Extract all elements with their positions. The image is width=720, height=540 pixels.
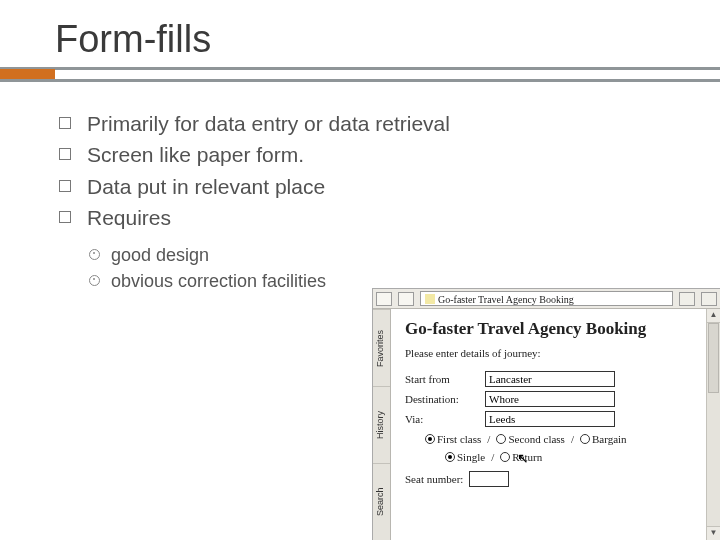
address-bar[interactable]: Go-faster Travel Agency Booking (420, 291, 673, 306)
bullet-item: Data put in relevant place (55, 172, 720, 201)
scrollbar-vertical[interactable]: ▲ ▼ (706, 309, 720, 540)
side-tab-favorites[interactable]: Favorites (373, 309, 390, 386)
scroll-down-icon[interactable]: ▼ (707, 526, 720, 540)
back-icon[interactable] (376, 292, 392, 306)
first-class-radio[interactable]: First class (425, 433, 481, 445)
single-radio[interactable]: Single (445, 451, 485, 463)
app-window: Go-faster Travel Agency Booking Favorite… (372, 288, 720, 540)
form-pane: Go-faster Travel Agency Booking Please e… (391, 309, 706, 540)
close-icon[interactable] (679, 292, 695, 306)
sub-bullet-item: good design (55, 243, 355, 267)
side-tabs: Favorites History Search (373, 309, 391, 540)
return-radio[interactable]: Return (500, 451, 542, 463)
dest-label: Destination: (405, 393, 485, 405)
toolbar: Go-faster Travel Agency Booking (373, 289, 720, 309)
start-label: Start from (405, 373, 485, 385)
scroll-up-icon[interactable]: ▲ (707, 309, 720, 323)
start-input[interactable] (485, 371, 615, 387)
bullet-item: Primarily for data entry or data retriev… (55, 109, 720, 138)
via-input[interactable] (485, 411, 615, 427)
seat-label: Seat number: (405, 473, 463, 485)
sub-bullet-item: obvious correction facilities (55, 269, 355, 293)
bullet-item: Screen like paper form. (55, 140, 720, 169)
sub-bullet-list: good design obvious correction facilitie… (55, 243, 355, 296)
second-class-radio[interactable]: Second class (496, 433, 565, 445)
form-instruction: Please enter details of journey: (405, 347, 696, 359)
bargain-radio[interactable]: Bargain (580, 433, 627, 445)
bullet-list: Primarily for data entry or data retriev… (55, 109, 720, 233)
dest-input[interactable] (485, 391, 615, 407)
trip-radio-row: Single / ↖ Return (405, 451, 696, 463)
page-icon (425, 294, 435, 304)
seat-input[interactable] (469, 471, 509, 487)
scroll-thumb[interactable] (708, 323, 719, 393)
bullet-item: Requires (55, 203, 720, 232)
title-underline (0, 67, 720, 83)
restore-icon[interactable] (701, 292, 717, 306)
forward-icon[interactable] (398, 292, 414, 306)
class-radio-row: First class / Second class / Bargain (405, 433, 696, 445)
side-tab-search[interactable]: Search (373, 463, 390, 540)
slide-title: Form-fills (55, 18, 720, 61)
side-tab-history[interactable]: History (373, 386, 390, 463)
address-text: Go-faster Travel Agency Booking (438, 294, 574, 305)
via-label: Via: (405, 413, 485, 425)
form-title: Go-faster Travel Agency Booking (405, 319, 696, 339)
